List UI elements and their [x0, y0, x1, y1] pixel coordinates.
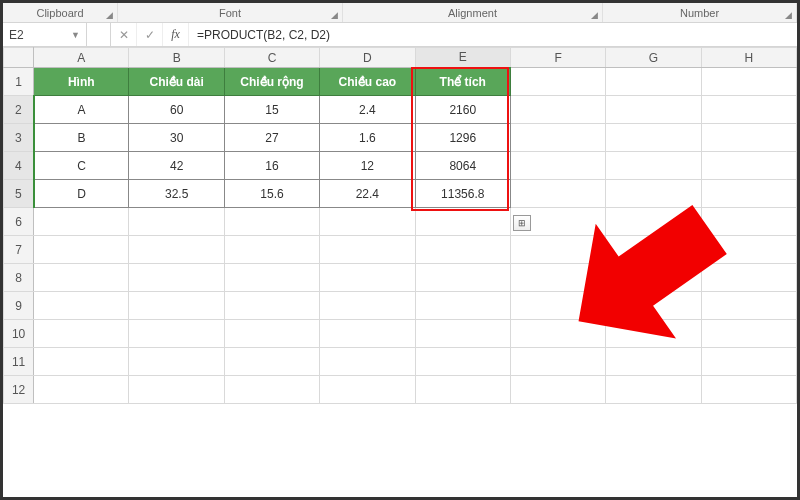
- dialog-launcher-icon[interactable]: ◢: [106, 10, 113, 20]
- cell-F5[interactable]: [510, 180, 605, 208]
- grid-row: 1 Hình Chiều dài Chiều rộng Chiều cao Th…: [4, 68, 797, 96]
- name-box-value: E2: [9, 28, 24, 42]
- ribbon-group-clipboard: Clipboard ◢: [3, 3, 118, 22]
- row-header-1[interactable]: 1: [4, 68, 34, 96]
- grid-row: 6: [4, 208, 797, 236]
- autofill-options-button[interactable]: ⊞: [513, 215, 531, 231]
- cell-F2[interactable]: [510, 96, 605, 124]
- cell-B3[interactable]: 30: [129, 124, 224, 152]
- ribbon-group-number: Number ◢: [603, 3, 797, 22]
- row-header-12[interactable]: 12: [4, 376, 34, 404]
- cell-B4[interactable]: 42: [129, 152, 224, 180]
- chevron-down-icon[interactable]: ▼: [71, 30, 80, 40]
- cell-A1[interactable]: Hình: [34, 68, 129, 96]
- grid-row: 11: [4, 348, 797, 376]
- close-icon: ✕: [119, 28, 129, 42]
- cell-C5[interactable]: 15.6: [224, 180, 319, 208]
- cell-F3[interactable]: [510, 124, 605, 152]
- dialog-launcher-icon[interactable]: ◢: [785, 10, 792, 20]
- name-box[interactable]: E2 ▼: [3, 23, 87, 46]
- cell-B5[interactable]: 32.5: [129, 180, 224, 208]
- grid-row: 8: [4, 264, 797, 292]
- row-header-6[interactable]: 6: [4, 208, 34, 236]
- ribbon-group-font: Font ◢: [118, 3, 343, 22]
- cell-G4[interactable]: [606, 152, 701, 180]
- cell-H1[interactable]: [701, 68, 796, 96]
- autofill-options-icon: ⊞: [518, 218, 526, 228]
- cell-F1[interactable]: [510, 68, 605, 96]
- dialog-launcher-icon[interactable]: ◢: [331, 10, 338, 20]
- formula-enter-button[interactable]: ✓: [137, 23, 163, 46]
- row-header-4[interactable]: 4: [4, 152, 34, 180]
- cell-D4[interactable]: 12: [320, 152, 415, 180]
- row-header-8[interactable]: 8: [4, 264, 34, 292]
- dialog-launcher-icon[interactable]: ◢: [591, 10, 598, 20]
- cell-A5[interactable]: D: [34, 180, 129, 208]
- row-header-9[interactable]: 9: [4, 292, 34, 320]
- fx-icon: fx: [171, 27, 180, 42]
- cell-H5[interactable]: [701, 180, 796, 208]
- ribbon-group-label: Clipboard: [36, 7, 83, 19]
- row-header-11[interactable]: 11: [4, 348, 34, 376]
- cell-E1[interactable]: Thể tích: [415, 68, 510, 96]
- grid-row: 10: [4, 320, 797, 348]
- cell-G2[interactable]: [606, 96, 701, 124]
- cell-G5[interactable]: [606, 180, 701, 208]
- cell-A4[interactable]: C: [34, 152, 129, 180]
- cell-C2[interactable]: 15: [224, 96, 319, 124]
- formula-bar-row: E2 ▼ ✕ ✓ fx =PRODUCT(B2, C2, D2): [3, 23, 797, 47]
- cell-C3[interactable]: 27: [224, 124, 319, 152]
- cell-C4[interactable]: 16: [224, 152, 319, 180]
- cell-D1[interactable]: Chiều cao: [320, 68, 415, 96]
- cell-E5[interactable]: 11356.8: [415, 180, 510, 208]
- column-header-row: A B C D E F G H: [4, 48, 797, 68]
- cell-G3[interactable]: [606, 124, 701, 152]
- grid-row: 2 A 60 15 2.4 2160: [4, 96, 797, 124]
- formula-text: =PRODUCT(B2, C2, D2): [197, 28, 330, 42]
- formula-cancel-button[interactable]: ✕: [111, 23, 137, 46]
- formula-input[interactable]: =PRODUCT(B2, C2, D2): [189, 23, 797, 46]
- cell-F4[interactable]: [510, 152, 605, 180]
- cell-B2[interactable]: 60: [129, 96, 224, 124]
- grid-row: 3 B 30 27 1.6 1296: [4, 124, 797, 152]
- grid-row: 7: [4, 236, 797, 264]
- cell-D2[interactable]: 2.4: [320, 96, 415, 124]
- col-header-H[interactable]: H: [701, 48, 796, 68]
- grid-row: 4 C 42 16 12 8064: [4, 152, 797, 180]
- cell-H4[interactable]: [701, 152, 796, 180]
- row-header-5[interactable]: 5: [4, 180, 34, 208]
- col-header-A[interactable]: A: [34, 48, 129, 68]
- insert-function-button[interactable]: fx: [163, 23, 189, 46]
- cell-E2[interactable]: 2160: [415, 96, 510, 124]
- cell-H3[interactable]: [701, 124, 796, 152]
- spreadsheet-grid[interactable]: A B C D E F G H 1 Hình Chiều dài Chiều r…: [3, 47, 797, 404]
- row-header-10[interactable]: 10: [4, 320, 34, 348]
- cell-B1[interactable]: Chiều dài: [129, 68, 224, 96]
- checkmark-icon: ✓: [145, 28, 155, 42]
- cell-H2[interactable]: [701, 96, 796, 124]
- ribbon-group-label: Font: [219, 7, 241, 19]
- cell-A3[interactable]: B: [34, 124, 129, 152]
- row-header-2[interactable]: 2: [4, 96, 34, 124]
- col-header-D[interactable]: D: [320, 48, 415, 68]
- col-header-F[interactable]: F: [510, 48, 605, 68]
- cell-C1[interactable]: Chiều rộng: [224, 68, 319, 96]
- ribbon-group-label: Number: [680, 7, 719, 19]
- row-header-3[interactable]: 3: [4, 124, 34, 152]
- col-header-E[interactable]: E: [415, 48, 510, 68]
- grid-row: 5 D 32.5 15.6 22.4 11356.8: [4, 180, 797, 208]
- ribbon-group-alignment: Alignment ◢: [343, 3, 603, 22]
- col-header-G[interactable]: G: [606, 48, 701, 68]
- cell-A2[interactable]: A: [34, 96, 129, 124]
- grid-row: 12: [4, 376, 797, 404]
- cell-E4[interactable]: 8064: [415, 152, 510, 180]
- cell-E3[interactable]: 1296: [415, 124, 510, 152]
- row-header-7[interactable]: 7: [4, 236, 34, 264]
- cell-D3[interactable]: 1.6: [320, 124, 415, 152]
- cell-G1[interactable]: [606, 68, 701, 96]
- ribbon-group-bar: Clipboard ◢ Font ◢ Alignment ◢ Number ◢: [3, 3, 797, 23]
- select-all-corner[interactable]: [4, 48, 34, 68]
- cell-D5[interactable]: 22.4: [320, 180, 415, 208]
- col-header-B[interactable]: B: [129, 48, 224, 68]
- col-header-C[interactable]: C: [224, 48, 319, 68]
